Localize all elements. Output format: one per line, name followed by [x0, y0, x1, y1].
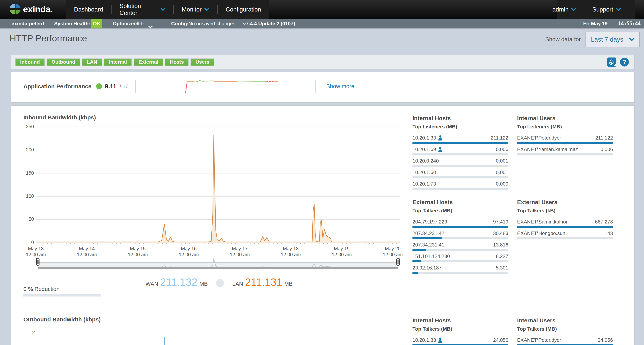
config-value: No unsaved changes: [188, 19, 235, 28]
row-bar-fill: [412, 226, 508, 228]
filter-buttons: InboundOutboundLANInternalExternalHostsU…: [15, 58, 216, 66]
table-row-line: 10.20.1.600.001: [412, 169, 508, 176]
table-row: EXANET\Peter.dyer24.056: [517, 337, 613, 345]
help-icon[interactable]: ?: [620, 58, 629, 66]
optimizer-value[interactable]: OFF: [134, 19, 144, 28]
wan-value: 211.132: [160, 276, 198, 288]
row-label: 10.20.1.69: [412, 146, 442, 152]
row-bar-track: [412, 272, 508, 274]
row-value: 24.056: [598, 337, 613, 343]
table-row-line: EXANET\Peter.dyer211.122: [517, 135, 613, 141]
nav-item-label: admin: [552, 6, 568, 13]
nav-item-label: Support: [592, 6, 613, 13]
table-group-subtitle: Top Talkers (MB): [517, 326, 613, 332]
user-icon: [438, 146, 442, 152]
firmware-version: v7.4.4 Update 2 (0107): [243, 19, 295, 28]
row-label: 10.20.1.60: [412, 170, 436, 176]
status-clock: 14:55:44: [618, 19, 640, 28]
row-bar-fill: [517, 344, 613, 345]
nav-item-monitor[interactable]: Monitor: [174, 0, 217, 19]
nav-item-configuration[interactable]: Configuration: [218, 0, 269, 19]
optimizer-label: Optimizer:: [113, 19, 138, 28]
exinda-logo[interactable]: exinda.: [9, 3, 53, 15]
system-health-label: System Health:: [54, 19, 90, 28]
lan-value: 211.131: [245, 276, 282, 288]
table-group-title: Internal Hosts: [412, 115, 508, 122]
main-nav-panel: DashboardSolution CenterMonitorConfigura…: [66, 0, 269, 19]
row-label: 10.20.0.240: [412, 158, 439, 164]
filter-button-hosts[interactable]: Hosts: [165, 58, 189, 66]
filter-button-users[interactable]: Users: [190, 58, 214, 66]
status-bar: exinda-peterd System Health: OK Optimize…: [0, 19, 644, 28]
top-nav-bar: DashboardSolution CenterMonitorConfigura…: [0, 0, 644, 19]
application-performance-band: Application Performance 9.11 / 10 Show m…: [11, 72, 634, 103]
filter-button-external[interactable]: External: [134, 58, 163, 66]
nav-item-support[interactable]: Support: [584, 0, 629, 19]
date-range-value: Last 7 days: [591, 36, 623, 43]
row-label: EXANET\Yaman.kamalmaz: [517, 146, 578, 152]
filter-button-inbound[interactable]: Inbound: [15, 58, 45, 66]
config-label: Config:: [171, 19, 188, 28]
table-row: 207.34.231.4113.816: [412, 242, 508, 251]
y-tick-label: 150: [20, 170, 34, 176]
row-label: 10.20.1.33: [412, 337, 442, 343]
reduction-progress-bar: [24, 294, 101, 296]
brush-handle-left[interactable]: [36, 258, 40, 266]
y-tick-label: 250: [20, 124, 34, 130]
row-label: EXANET\Peter.dyer: [517, 135, 561, 141]
filter-button-internal[interactable]: Internal: [104, 58, 132, 66]
table-row-line: 207.34.231.4230.483: [412, 230, 508, 236]
user-icon: [438, 337, 442, 343]
brush-handle-right[interactable]: [396, 258, 400, 266]
row-label: EXANET\Samin.kalhor: [517, 219, 568, 225]
external-hosts-top-talkers: External HostsTop Talkers (MB)204.79.197…: [412, 199, 508, 276]
exinda-logo-text: exinda.: [23, 4, 53, 14]
row-label: 23.92.16.187: [412, 265, 442, 271]
row-label: 204.79.197.223: [412, 219, 447, 225]
help-glyph: ?: [622, 58, 626, 66]
table-group-title: Internal Users: [517, 317, 613, 324]
table-row-line: EXANET\Yaman.kamalmaz0.006: [517, 146, 613, 152]
internal-hosts-top-listeners: Internal HostsTop Listeners (MB)10.20.1.…: [412, 115, 508, 192]
row-label: 10.20.1.33: [412, 135, 442, 141]
table-row: 10.20.0.2400.001: [412, 158, 508, 167]
row-value: 5.301: [496, 265, 508, 271]
internal-users-top-talkers-2: Internal UsersTop Talkers (MB)EXANET\Pet…: [517, 317, 613, 345]
outbound-chart-title: Outbound Bandwidth (kbps): [24, 316, 100, 323]
chevron-down-icon: [571, 8, 576, 11]
date-range-dropdown[interactable]: Last 7 days: [585, 32, 640, 47]
time-range-brush[interactable]: [36, 256, 400, 272]
pdf-export-icon[interactable]: [608, 58, 616, 67]
row-value: 0.006: [600, 146, 613, 152]
row-bar-fill: [517, 142, 613, 144]
filter-button-lan[interactable]: LAN: [82, 58, 102, 66]
inbound-bandwidth-chart[interactable]: [36, 125, 400, 244]
optimizer-chevron-icon[interactable]: [148, 22, 153, 32]
table-rows: EXANET\Peter.dyer211.122EXANET\Yaman.kam…: [517, 135, 613, 156]
row-label: 151.101.124.230: [412, 254, 450, 259]
row-bar-track: [517, 237, 613, 240]
nav-item-admin[interactable]: admin: [544, 0, 584, 19]
internal-users-top-listeners: Internal UsersTop Listeners (MB)EXANET\P…: [517, 115, 613, 158]
row-bar-fill: [517, 226, 613, 228]
external-users-top-talkers: External UsersTop Talkers (kB)EXANET\Sam…: [517, 199, 613, 242]
table-group-title: Internal Users: [517, 115, 613, 122]
show-more-link[interactable]: Show more...: [326, 83, 359, 90]
row-label: 207.34.231.41: [412, 242, 444, 248]
row-bar-track: [412, 249, 508, 251]
inbound-chart-title: Inbound Bandwidth (kbps): [24, 114, 96, 121]
table-group-title: External Users: [517, 199, 613, 206]
application-performance-label: Application Performance: [24, 83, 92, 90]
application-performance-sparkline: [185, 78, 279, 95]
row-bar-fill: [412, 260, 421, 262]
row-bar-track: [412, 142, 508, 144]
x-tick-label: May 1912:00 am: [326, 246, 357, 258]
outbound-gridline: [36, 333, 400, 333]
filter-button-outbound[interactable]: Outbound: [46, 58, 80, 66]
internal-hosts-top-talkers: Internal HostsTop Talkers (MB)10.20.1.33…: [412, 317, 508, 345]
nav-item-dashboard[interactable]: Dashboard: [66, 0, 111, 19]
table-row-line: 207.34.231.4113.816: [412, 242, 508, 248]
x-tick-label: May 1412:00 am: [72, 246, 102, 258]
x-tick-label: May 1712:00 am: [224, 246, 255, 258]
nav-item-solution-center[interactable]: Solution Center: [112, 0, 174, 19]
